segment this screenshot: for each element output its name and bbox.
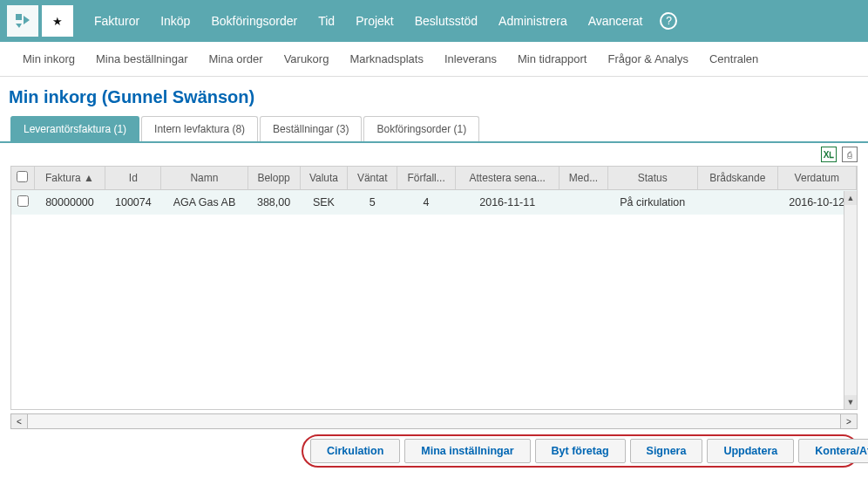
col-bradskande[interactable]: Brådskande (698, 167, 778, 190)
nav-administrera[interactable]: Administrera (490, 0, 576, 42)
col-belopp[interactable]: Belopp (248, 167, 300, 190)
cirkulation-button[interactable]: Cirkulation (310, 439, 400, 463)
subnav-centralen[interactable]: Centralen (701, 42, 767, 77)
col-checkbox (11, 167, 34, 190)
kontera-attestera-button[interactable]: Kontera/Attestera (798, 439, 868, 463)
tab-bokforingsorder[interactable]: Bokföringsorder (1) (363, 116, 479, 141)
actions-area: Cirkulation Mina inställningar Byt föret… (7, 434, 861, 471)
col-valuta[interactable]: Valuta (300, 167, 348, 190)
cell-belopp: 388,00 (248, 190, 300, 215)
nav-beslutsstod[interactable]: Beslutsstöd (406, 0, 486, 42)
nav-bokforingsorder[interactable]: Bokföringsorder (202, 0, 306, 42)
subnav-inleverans[interactable]: Inleverans (436, 42, 505, 77)
export-excel-icon[interactable]: XⅬ (821, 147, 837, 162)
help-icon[interactable]: ? (660, 12, 677, 30)
vertical-scrollbar[interactable]: ▲ ▼ (844, 191, 857, 409)
col-med[interactable]: Med... (559, 167, 607, 190)
subnav-marknadsplats[interactable]: Marknadsplats (341, 42, 432, 77)
subnav-mina-order[interactable]: Mina order (200, 42, 271, 77)
table-toolbar: XⅬ ⎙ (0, 143, 868, 166)
tab-intern-levfaktura[interactable]: Intern levfaktura (8) (141, 116, 258, 141)
cell-faktura: 80000000 (34, 190, 105, 215)
table-header-row: Faktura ▲ Id Namn Belopp Valuta Väntat F… (11, 167, 857, 190)
tab-leverantorsfaktura[interactable]: Leverantörsfaktura (1) (10, 116, 139, 141)
action-buttons: Cirkulation Mina inställningar Byt föret… (310, 439, 851, 463)
top-navbar: ★ Fakturor Inköp Bokföringsorder Tid Pro… (0, 0, 868, 42)
nav-fakturor[interactable]: Fakturor (85, 0, 148, 42)
cell-status: På cirkulation (607, 190, 697, 215)
byt-foretag-button[interactable]: Byt företag (535, 439, 626, 463)
subnav-varukorg[interactable]: Varukorg (275, 42, 338, 77)
subnav-fragor-analys[interactable]: Frågor & Analys (599, 42, 697, 77)
scroll-down-icon[interactable]: ▼ (844, 395, 857, 409)
print-icon[interactable]: ⎙ (842, 147, 858, 162)
col-vantat[interactable]: Väntat (348, 167, 397, 190)
sub-navbar: Min inkorg Mina beställningar Mina order… (0, 42, 868, 77)
col-faktura[interactable]: Faktura ▲ (34, 167, 105, 190)
col-forfall[interactable]: Förfall... (397, 167, 456, 190)
scroll-track[interactable] (28, 413, 840, 429)
scroll-right-icon[interactable]: > (840, 413, 858, 429)
star-icon: ★ (52, 15, 63, 28)
col-id[interactable]: Id (105, 167, 161, 190)
uppdatera-button[interactable]: Uppdatera (707, 439, 794, 463)
subnav-min-tidrapport[interactable]: Min tidrapport (509, 42, 595, 77)
subnav-mina-bestallningar[interactable]: Mina beställningar (87, 42, 197, 77)
scroll-left-icon[interactable]: < (10, 413, 28, 429)
invoice-table: Faktura ▲ Id Namn Belopp Valuta Väntat F… (11, 167, 857, 215)
nav-avancerat[interactable]: Avancerat (580, 0, 652, 42)
col-attestera[interactable]: Attestera sena... (456, 167, 559, 190)
cell-id: 100074 (105, 190, 161, 215)
cell-bradskande (698, 190, 778, 215)
cell-med (559, 190, 607, 215)
cell-forfall: 4 (397, 190, 456, 215)
nav-inkop[interactable]: Inköp (152, 0, 199, 42)
cell-valuta: SEK (300, 190, 348, 215)
app-logo[interactable] (7, 5, 38, 37)
signera-button[interactable]: Signera (630, 439, 703, 463)
horizontal-scrollbar[interactable]: < > (10, 413, 858, 429)
cell-namn: AGA Gas AB (161, 190, 248, 215)
row-checkbox[interactable] (17, 195, 29, 207)
col-namn[interactable]: Namn (161, 167, 248, 190)
col-status[interactable]: Status (607, 167, 697, 190)
scroll-up-icon[interactable]: ▲ (844, 191, 857, 205)
cell-attestera: 2016-11-11 (456, 190, 559, 215)
select-all-checkbox[interactable] (17, 171, 28, 182)
col-verdatum[interactable]: Verdatum (777, 167, 856, 190)
cell-vantat: 5 (348, 190, 397, 215)
subnav-min-inkorg[interactable]: Min inkorg (14, 42, 84, 77)
invoice-table-container: Faktura ▲ Id Namn Belopp Valuta Väntat F… (10, 166, 858, 410)
nav-tid[interactable]: Tid (309, 0, 343, 42)
table-row[interactable]: 80000000 100074 AGA Gas AB 388,00 SEK 5 … (11, 190, 857, 215)
tab-row: Leverantörsfaktura (1) Intern levfaktura… (0, 116, 868, 143)
favorites-button[interactable]: ★ (42, 5, 73, 37)
nav-projekt[interactable]: Projekt (347, 0, 403, 42)
tab-bestallningar[interactable]: Beställningar (3) (260, 116, 362, 141)
mina-installningar-button[interactable]: Mina inställningar (404, 439, 530, 463)
page-title: Min inkorg (Gunnel Swänson) (0, 77, 868, 116)
